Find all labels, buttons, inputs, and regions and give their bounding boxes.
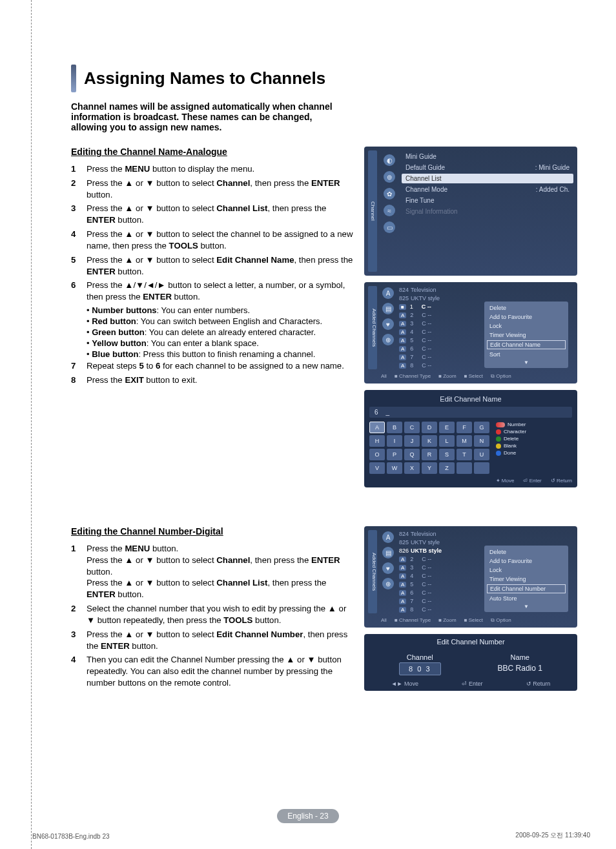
popup-item[interactable]: Sort: [487, 351, 566, 358]
keyboard-key[interactable]: Z: [439, 462, 455, 474]
keyboard-key[interactable]: V: [369, 462, 385, 474]
keyboard-key[interactable]: L: [439, 435, 455, 447]
all-icon: A: [382, 531, 394, 543]
color-dot-icon: [496, 429, 501, 435]
menu-item[interactable]: Default Guide: Mini Guide: [402, 163, 573, 172]
keyboard-key[interactable]: G: [474, 422, 489, 433]
popup-item[interactable]: Lock: [487, 322, 566, 330]
footer-hint: All: [381, 617, 387, 624]
keyboard-key[interactable]: S: [439, 449, 455, 460]
keyboard-key[interactable]: R: [422, 449, 437, 460]
step-number: 4: [71, 229, 87, 252]
keyboard-key[interactable]: M: [457, 435, 472, 447]
step-number: 4: [71, 654, 87, 688]
step-body: Press the ▲ or ▼ button to select Edit C…: [87, 629, 354, 652]
osd-channel-list-name: Added Channels A ▤ ♥ ⊕ 824Television825U…: [364, 282, 577, 384]
step-number: 1: [71, 163, 87, 175]
keyboard-key[interactable]: K: [422, 435, 437, 447]
menu-item[interactable]: Channel List: [402, 174, 573, 183]
popup-item[interactable]: Edit Channel Number: [487, 584, 566, 593]
footer-hint: ■ Channel Type: [395, 373, 431, 380]
keyboard-key[interactable]: [457, 462, 472, 474]
keyboard-key[interactable]: Y: [422, 462, 437, 474]
popup-item[interactable]: Delete: [487, 304, 566, 312]
ecn-channel-label: Channel: [399, 653, 440, 661]
keyboard-key[interactable]: Q: [404, 449, 420, 460]
keyboard-key[interactable]: J: [404, 435, 420, 447]
chevron-down-icon: ▼: [487, 604, 566, 609]
chevron-down-icon: ▼: [487, 360, 566, 365]
step-body: Press the ▲ or ▼ button to select Channe…: [87, 178, 354, 201]
section-2: Editing the Channel Number-Digital 1Pres…: [71, 526, 577, 691]
keyboard-key[interactable]: I: [387, 435, 402, 447]
fav-icon: ♥: [382, 562, 394, 574]
keyboard-key[interactable]: E: [439, 422, 455, 433]
timer-icon: ⊕: [382, 578, 394, 589]
menu-item[interactable]: Channel Mode: Added Ch.: [402, 185, 573, 194]
footer-hint: ↺ Return: [526, 680, 551, 687]
step-number: 5: [71, 254, 87, 278]
popup-item[interactable]: Timer Viewing: [487, 575, 566, 583]
section-1: Editing the Channel Name-Analogue 1Press…: [71, 147, 577, 487]
footer-hint: All: [381, 373, 387, 380]
section-1-screens: Channel ◐ ⊚ ✿ ≈ ▭ Mini GuideDefault Guid…: [364, 147, 577, 487]
section-2-screens: Added Channels A ▤ ♥ ⊕ 824Television825U…: [364, 526, 577, 691]
title-block: Assigning Names to Channels: [71, 65, 577, 92]
keyboard-key[interactable]: A: [369, 422, 385, 433]
popup-item[interactable]: Edit Channel Name: [487, 340, 566, 349]
keyboard-key[interactable]: C: [404, 422, 420, 433]
menu-item[interactable]: Mini Guide: [402, 152, 573, 161]
step-body: Press the EXIT button to exit.: [87, 374, 354, 386]
legend-row: Delete: [496, 436, 526, 442]
popup-item[interactable]: Lock: [487, 566, 566, 574]
footer-hint: ⏎ Enter: [462, 680, 482, 687]
crop-mark: [31, 0, 32, 849]
color-dot-icon: [496, 444, 501, 449]
section-2-text: Editing the Channel Number-Digital 1Pres…: [71, 526, 354, 691]
fav-icon: ♥: [382, 318, 394, 330]
keyboard-key[interactable]: H: [369, 435, 385, 447]
keyboard-footer: ✦ Move⏎ Enter↺ Return: [369, 478, 572, 484]
footer-hint: ■ Select: [464, 373, 483, 380]
keyboard-key[interactable]: X: [404, 462, 420, 474]
section-2-steps: 1Press the MENU button.Press the ▲ or ▼ …: [71, 543, 354, 689]
keyboard-key[interactable]: F: [457, 422, 472, 433]
color-dot-icon: [496, 451, 501, 456]
osd-menu-list: Mini GuideDefault Guide: Mini GuideChann…: [402, 150, 573, 272]
keyboard-key[interactable]: D: [422, 422, 437, 433]
osd-footer: All■ Channel Type■ Zoom■ Select⧉ Option: [368, 373, 573, 380]
popup-item[interactable]: Delete: [487, 548, 566, 556]
step-body: Press the MENU button.Press the ▲ or ▼ b…: [87, 543, 354, 600]
keyboard-key[interactable]: U: [474, 449, 489, 460]
list-icon: ▤: [382, 303, 394, 314]
channel-row[interactable]: 824Television: [399, 286, 573, 294]
step-number: 2: [71, 603, 87, 626]
popup-item[interactable]: Add to Favourite: [487, 557, 566, 565]
step-number: 2: [71, 178, 87, 201]
step-body: Press the ▲/▼/◄/► button to select a let…: [87, 280, 354, 303]
keyboard-key[interactable]: P: [387, 449, 402, 460]
footer-hint: ✦ Move: [496, 478, 515, 484]
entry-channel-num: 6: [375, 409, 378, 416]
footer-hint: ■ Channel Type: [395, 617, 431, 624]
menu-item[interactable]: Signal Information: [402, 207, 573, 216]
page-footer: English - 23: [0, 809, 616, 823]
popup-item[interactable]: Auto Store: [487, 595, 566, 602]
keyboard-key[interactable]: B: [387, 422, 402, 433]
keyboard-key[interactable]: N: [474, 435, 489, 447]
channel-row[interactable]: 824Television: [399, 530, 573, 538]
popup-item[interactable]: Timer Viewing: [487, 331, 566, 339]
all-icon: A: [382, 287, 394, 299]
footer-hint: ↺ Return: [551, 478, 572, 484]
menu-item[interactable]: Fine Tune: [402, 196, 573, 205]
keyboard-key[interactable]: T: [457, 449, 472, 460]
ecn-title: Edit Channel Number: [364, 634, 577, 650]
osd-channel-list-number: Added Channels A ▤ ♥ ⊕ 824Television825U…: [364, 526, 577, 628]
keyboard-key[interactable]: [474, 462, 489, 474]
keyboard-key[interactable]: O: [369, 449, 385, 460]
popup-item[interactable]: Add to Favourite: [487, 313, 566, 321]
section-1-bullets: • Number buttons: You can enter numbers.…: [71, 305, 354, 359]
keyboard-key[interactable]: W: [387, 462, 402, 474]
color-dot-icon: [496, 436, 501, 442]
osd-side-tab: Added Channels: [368, 530, 377, 613]
